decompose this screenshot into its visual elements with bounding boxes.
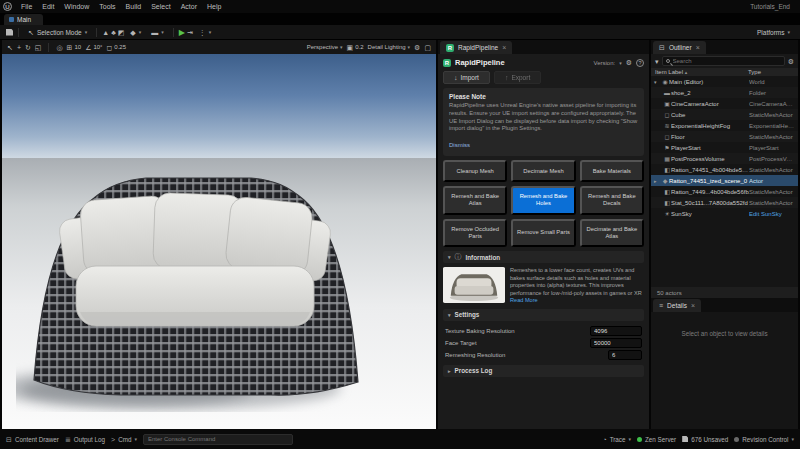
grid-snap-toggle[interactable]: ⊞ 10 xyxy=(67,44,82,51)
chevron-down-icon[interactable]: ▾ xyxy=(619,60,622,66)
outliner-row-cinecamera[interactable]: ▣ CineCameraActor CineCameraActor xyxy=(651,98,798,109)
plugin-settings-gear-icon[interactable]: ⚙ xyxy=(626,59,632,66)
action-cleanup-mesh[interactable]: Cleanup Mesh xyxy=(443,160,507,182)
landscape-mode-icon[interactable]: ▲ xyxy=(102,29,109,36)
world-coordinate-icon[interactable]: ◎ xyxy=(56,44,62,51)
menu-window[interactable]: Window xyxy=(59,0,94,13)
action-remesh-bake-atlas[interactable]: Remesh and Bake Atlas xyxy=(443,186,507,214)
action-remesh-bake-holes[interactable]: Remesh and Bake Holes xyxy=(511,186,575,214)
menu-tools[interactable]: Tools xyxy=(94,0,120,13)
perspective-dropdown[interactable]: Perspective ▾ xyxy=(307,44,343,50)
settings-section-header[interactable]: ▾ Settings xyxy=(443,309,644,321)
camera-speed-control[interactable]: ▣ 0.2 xyxy=(347,44,364,51)
dismiss-link[interactable]: Dismiss xyxy=(449,142,470,148)
action-remove-small-parts[interactable]: Remove Small Parts xyxy=(511,219,575,247)
rattan-sofa-model[interactable] xyxy=(16,150,372,412)
revision-control-dropdown[interactable]: Revision Control ▾ xyxy=(734,436,794,443)
maximize-viewport-icon[interactable]: ▢ xyxy=(424,44,431,51)
column-item-label[interactable]: Item Label ▴ xyxy=(655,69,748,75)
details-empty-text: Select an object to view details xyxy=(681,330,767,429)
edit-sunsky-link[interactable]: Edit SunSky xyxy=(749,211,795,217)
outliner-row-floor[interactable]: ◻ Floor StaticMeshActor xyxy=(651,131,798,142)
menu-file[interactable]: File xyxy=(16,0,37,13)
read-more-link[interactable]: Read More xyxy=(510,297,538,303)
filter-icon[interactable]: ▾ xyxy=(655,58,659,65)
process-log-section-header[interactable]: ▸ Process Log xyxy=(443,365,644,377)
viewport-settings-icon[interactable]: ⚙ xyxy=(414,44,420,51)
console-command-input[interactable] xyxy=(148,436,288,442)
outliner-settings-icon[interactable]: ⚙ xyxy=(788,58,794,65)
tab-rapidpipeline[interactable]: R RapidPipeline × xyxy=(440,41,512,54)
chevron-right-icon[interactable]: ▸ xyxy=(654,178,661,184)
outliner-row-main[interactable]: ▾ ◉ Main (Editor) World xyxy=(651,76,798,87)
outliner-row-sunsky[interactable]: ☀ SunSky Edit SunSky xyxy=(651,208,798,219)
close-icon[interactable]: × xyxy=(502,44,506,51)
tab-details[interactable]: ≡ Details × xyxy=(653,299,701,312)
platforms-dropdown[interactable]: Platforms ▾ xyxy=(753,26,794,38)
close-icon[interactable]: × xyxy=(691,302,695,309)
view-mode-dropdown[interactable]: Detail Lighting ▾ xyxy=(368,44,411,50)
information-section-header[interactable]: ▾ ⓘ Information xyxy=(443,251,644,263)
save-icon[interactable] xyxy=(6,29,13,36)
scale-tool-icon[interactable]: ◱ xyxy=(35,44,42,51)
outliner-search-input[interactable] xyxy=(673,58,781,64)
outliner-row-ratton-mesh1[interactable]: ◧ Ratton_74451_4b004bde55fb StaticMeshAc… xyxy=(651,164,798,175)
scale-snap-toggle[interactable]: ◻ 0.25 xyxy=(107,44,127,51)
action-remove-occluded-parts[interactable]: Remove Occluded Parts xyxy=(443,219,507,247)
viewport-canvas[interactable] xyxy=(2,54,436,429)
kebab-icon: ⋮ xyxy=(199,29,206,36)
outliner-row-postprocess[interactable]: ▦ PostProcessVolume PostProcessVolume xyxy=(651,153,798,164)
rotation-snap-toggle[interactable]: ∠ 10° xyxy=(85,44,102,51)
column-type[interactable]: Type xyxy=(748,69,794,75)
action-bake-materials[interactable]: Bake Materials xyxy=(580,160,644,182)
outliner-row-cube[interactable]: ◻ Cube StaticMeshActor xyxy=(651,109,798,120)
import-button[interactable]: ↓ Import xyxy=(443,71,490,84)
rotate-tool-icon[interactable]: ↻ xyxy=(25,44,31,51)
foliage-mode-icon[interactable]: ♣ xyxy=(111,29,116,36)
select-tool-icon[interactable]: ↖ xyxy=(7,44,13,51)
action-decimate-bake-atlas[interactable]: Decimate and Bake Atlas xyxy=(580,219,644,247)
frame-skip-button[interactable]: ⇥ xyxy=(187,29,193,36)
remeshing-resolution-input[interactable] xyxy=(608,350,642,360)
selection-mode-dropdown[interactable]: ↖ Selection Mode ▾ xyxy=(24,26,91,38)
help-icon[interactable]: ? xyxy=(636,59,644,67)
texture-baking-resolution-input[interactable] xyxy=(590,326,642,336)
face-target-input[interactable] xyxy=(590,338,642,348)
outliner-row-heightfog[interactable]: ≋ ExponentialHeightFog ExponentialHeight… xyxy=(651,120,798,131)
trace-dropdown[interactable]: ◔ Trace ▾ xyxy=(602,436,631,443)
outliner-row-stat-mesh[interactable]: ◧ Stat_50c111...7A800da552fd StaticMeshA… xyxy=(651,197,798,208)
level-icon xyxy=(9,17,14,22)
cmd-dropdown[interactable]: > Cmd ▾ xyxy=(111,436,137,443)
content-drawer-button[interactable]: ⊟ Content Drawer xyxy=(6,436,59,443)
play-button[interactable]: ▶ xyxy=(179,28,185,37)
menu-actor[interactable]: Actor xyxy=(176,0,202,13)
outliner-row-ratton-mesh2[interactable]: ◧ Ratton_7449...4b004bde56fb StaticMeshA… xyxy=(651,186,798,197)
unreal-logo-icon[interactable]: U xyxy=(3,2,12,11)
output-log-button[interactable]: ≣ Output Log xyxy=(65,436,105,443)
menu-edit[interactable]: Edit xyxy=(37,0,59,13)
action-remesh-bake-decals[interactable]: Remesh and Bake Decals xyxy=(580,186,644,214)
tab-outliner[interactable]: ⊟ Outliner × xyxy=(653,41,706,54)
level-tab-main[interactable]: Main xyxy=(4,14,43,25)
outliner-search-box[interactable] xyxy=(662,56,785,66)
cinematics-dropdown[interactable]: ▬ ▾ xyxy=(147,26,168,38)
project-name: Tutorials_End xyxy=(750,3,800,10)
menu-build[interactable]: Build xyxy=(121,0,147,13)
outliner-row-playerstart[interactable]: ⚑ PlayerStart PlayerStart xyxy=(651,142,798,153)
menu-help[interactable]: Help xyxy=(202,0,226,13)
mesh-paint-icon[interactable]: ◩ xyxy=(118,29,125,36)
zen-server-status[interactable]: Zen Server xyxy=(637,436,676,443)
outliner-row-shoe2[interactable]: ▬ shoe_2 Folder xyxy=(651,87,798,98)
close-icon[interactable]: × xyxy=(696,44,700,51)
export-button[interactable]: ↑ Export xyxy=(494,71,541,84)
unsaved-changes-button[interactable]: 676 Unsaved xyxy=(682,436,728,443)
play-options-dropdown[interactable]: ⋮ ▾ xyxy=(195,26,216,38)
outliner-row-ratton-scene-selected[interactable]: ▸ ◆ Ratton_74451_ized_scene_0 Actor xyxy=(651,175,798,186)
menu-select[interactable]: Select xyxy=(146,0,175,13)
action-decimate-mesh[interactable]: Decimate Mesh xyxy=(511,160,575,182)
console-command-box[interactable] xyxy=(143,434,293,445)
move-tool-icon[interactable]: + xyxy=(17,44,21,51)
blueprints-dropdown[interactable]: ◆ ▾ xyxy=(126,26,145,38)
sort-asc-icon: ▴ xyxy=(685,69,688,75)
chevron-down-icon[interactable]: ▾ xyxy=(654,79,661,85)
